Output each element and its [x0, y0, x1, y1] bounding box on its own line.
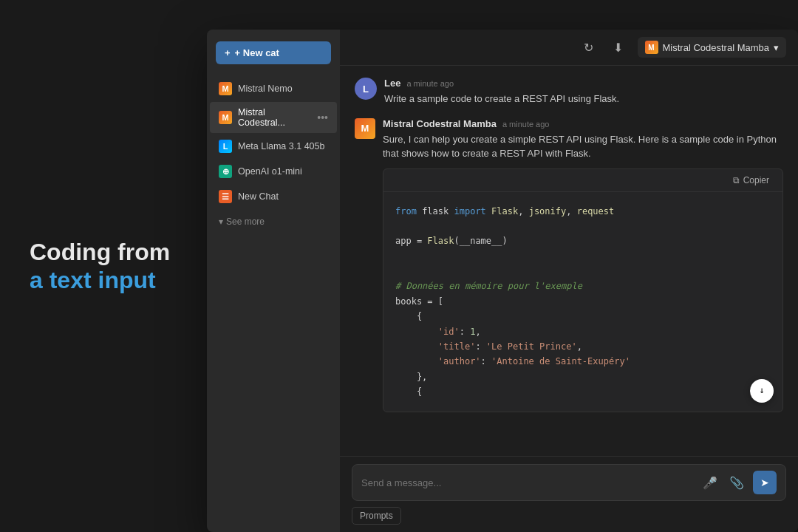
bot-message: M Mistral Codestral Mamba a minute ago S… [355, 118, 783, 412]
sidebar-item-label: Mistral Nemo [238, 83, 293, 94]
bot-message-time: a minute ago [502, 120, 550, 129]
chevron-down-icon: ▾ [774, 42, 779, 53]
mistral-nemo-icon: M [219, 82, 232, 95]
tagline-top: Coding from [30, 238, 207, 266]
send-icon: ➤ [760, 477, 769, 488]
user-avatar: L [355, 78, 377, 100]
mistral-codestral-icon: M [219, 111, 232, 124]
sidebar-item-openai[interactable]: ⊕ OpenAI o1-mini [210, 160, 337, 183]
sidebar-item-mistral-codestral[interactable]: M Mistral Codestral... ••• [210, 102, 337, 133]
message-time: a minute ago [406, 79, 454, 88]
bot-message-content: Mistral Codestral Mamba a minute ago Sur… [383, 118, 783, 412]
sidebar-item-label: Meta Llama 3.1 405b [238, 141, 324, 151]
sidebar: + + New cat M Mistral Nemo M Mistral Cod… [207, 30, 340, 532]
bot-message-header: Mistral Codestral Mamba a minute ago [383, 118, 783, 129]
download-button[interactable]: ⬇ [608, 37, 629, 58]
code-block: ⧉ Copier from flask import Flask, jsonif… [383, 168, 783, 412]
scroll-down-button[interactable]: ↓ [750, 379, 774, 403]
user-message: L Lee a minute ago Write a sample code t… [355, 78, 783, 106]
sidebar-item-new-chat[interactable]: ☰ New Chat [210, 185, 337, 208]
main-area: ↻ ⬇ M Mistral Codestral Mamba ▾ L Lee a … [340, 30, 798, 532]
plus-icon: + [225, 47, 231, 58]
input-row: 🎤 📎 ➤ [352, 464, 786, 501]
model-selector-icon: M [645, 41, 658, 54]
see-more-label: See more [226, 216, 265, 227]
meta-llama-icon: L [219, 140, 232, 153]
openai-icon: ⊕ [219, 165, 232, 178]
message-text: Write a sample code to create a REST API… [384, 92, 783, 106]
chevron-down-icon: ▾ [219, 216, 223, 227]
tagline-bottom: a text input [30, 266, 207, 294]
code-header: ⧉ Copier [383, 169, 782, 192]
copy-label: Copier [743, 175, 769, 185]
copy-icon: ⧉ [733, 175, 740, 185]
message-input[interactable] [361, 477, 694, 488]
bot-message-author: Mistral Codestral Mamba [383, 118, 497, 129]
sidebar-item-label: OpenAI o1-mini [238, 166, 302, 177]
bot-avatar: M [355, 118, 375, 139]
message-header: Lee a minute ago [384, 78, 783, 89]
new-chat-icon: ☰ [219, 190, 232, 203]
model-selector-name: Mistral Codestral Mamba [663, 42, 770, 53]
sidebar-item-label: Mistral Codestral... [238, 107, 311, 128]
scroll-down-icon: ↓ [759, 383, 764, 398]
background-tagline: Coding from a text input [0, 0, 207, 532]
top-bar: ↻ ⬇ M Mistral Codestral Mamba ▾ [340, 30, 798, 66]
sidebar-item-meta-llama[interactable]: L Meta Llama 3.1 405b [210, 134, 337, 158]
item-menu-dots[interactable]: ••• [317, 112, 328, 123]
bot-message-text: Sure, I can help you create a simple RES… [383, 132, 783, 161]
copy-button[interactable]: ⧉ Copier [729, 174, 774, 187]
new-chat-label: + New cat [235, 47, 279, 58]
sidebar-item-mistral-nemo[interactable]: M Mistral Nemo [210, 77, 337, 100]
input-area: 🎤 📎 ➤ Prompts [340, 456, 798, 532]
model-selector[interactable]: M Mistral Codestral Mamba ▾ [638, 37, 787, 58]
mic-icon[interactable]: 🎤 [700, 472, 720, 493]
message-author: Lee [384, 78, 400, 89]
new-chat-button[interactable]: + + New cat [216, 41, 331, 64]
chat-messages: L Lee a minute ago Write a sample code t… [340, 66, 798, 456]
send-button[interactable]: ➤ [753, 471, 777, 494]
prompts-button[interactable]: Prompts [352, 507, 401, 525]
code-content: from flask import Flask, jsonify, reques… [383, 192, 782, 412]
refresh-button[interactable]: ↻ [579, 37, 599, 58]
app-container: + + New cat M Mistral Nemo M Mistral Cod… [207, 30, 798, 532]
sidebar-item-label: New Chat [238, 191, 279, 202]
attach-icon[interactable]: 📎 [726, 472, 747, 493]
user-message-content: Lee a minute ago Write a sample code to … [384, 78, 783, 106]
see-more-button[interactable]: ▾ See more [210, 212, 337, 231]
